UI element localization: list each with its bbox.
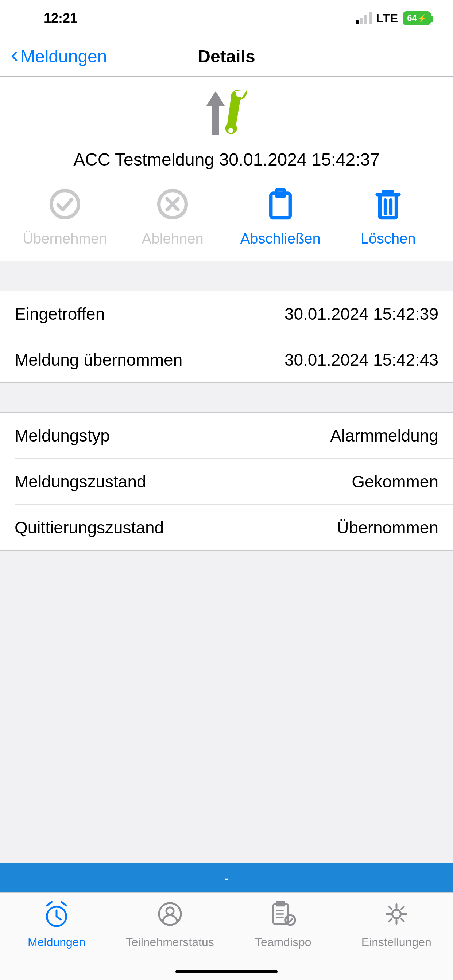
action-row: Übernehmen Ablehnen Abschließen Löschen bbox=[0, 188, 453, 261]
tab-teamdispo[interactable]: Teamdispo bbox=[226, 900, 340, 980]
table-row: Meldungszustand Gekommen bbox=[14, 458, 453, 504]
clipboard-icon bbox=[264, 188, 297, 224]
arrow-wrench-icon bbox=[203, 88, 250, 138]
status-right: LTE 64⚡ bbox=[356, 11, 431, 25]
row-label: Meldungstyp bbox=[14, 426, 110, 445]
properties-section: Meldungstyp Alarmmeldung Meldungszustand… bbox=[0, 412, 453, 551]
charging-icon: ⚡ bbox=[418, 14, 427, 22]
table-row: Meldungstyp Alarmmeldung bbox=[0, 413, 453, 458]
home-indicator[interactable] bbox=[175, 970, 278, 974]
row-value: 30.01.2024 15:42:39 bbox=[284, 304, 439, 324]
table-row: Quittierungszustand Übernommen bbox=[14, 504, 453, 550]
row-label: Meldung übernommen bbox=[14, 350, 182, 370]
svg-point-8 bbox=[166, 907, 174, 915]
tab-label: Teilnehmerstatus bbox=[126, 935, 214, 949]
complete-button[interactable]: Abschließen bbox=[226, 188, 335, 247]
table-row: Eingetroffen 30.01.2024 15:42:39 bbox=[0, 291, 453, 337]
row-label: Quittierungszustand bbox=[14, 518, 164, 538]
svg-point-11 bbox=[392, 910, 400, 918]
row-value: 30.01.2024 15:42:43 bbox=[284, 350, 439, 370]
battery-level: 64 bbox=[407, 14, 417, 22]
checklist-icon bbox=[268, 900, 298, 931]
trash-icon bbox=[372, 188, 405, 224]
row-label: Eingetroffen bbox=[14, 304, 105, 324]
tab-label: Meldungen bbox=[28, 935, 85, 949]
tab-teilnehmerstatus[interactable]: Teilnehmerstatus bbox=[113, 900, 227, 980]
row-value: Übernommen bbox=[337, 518, 439, 538]
network-label: LTE bbox=[376, 12, 398, 25]
status-bar: 12:21 LTE 64⚡ bbox=[0, 0, 453, 37]
svg-point-1 bbox=[228, 128, 233, 133]
cellular-signal-icon bbox=[356, 12, 372, 24]
complete-label: Abschließen bbox=[240, 231, 321, 247]
back-label: Meldungen bbox=[21, 46, 107, 66]
message-title: ACC Testmeldung 30.01.2024 15:42:37 bbox=[0, 150, 453, 170]
reject-button: Ablehnen bbox=[119, 188, 227, 247]
person-circle-icon bbox=[155, 900, 185, 931]
alarm-clock-icon bbox=[42, 900, 71, 931]
nav-bar: ‹ Meldungen Details bbox=[0, 37, 453, 76]
status-time: 12:21 bbox=[44, 11, 77, 26]
svg-point-2 bbox=[51, 191, 78, 218]
row-value: Alarmmeldung bbox=[330, 426, 439, 445]
chevron-left-icon: ‹ bbox=[11, 49, 18, 60]
delete-label: Löschen bbox=[361, 231, 416, 247]
hero: ACC Testmeldung 30.01.2024 15:42:37 bbox=[0, 76, 453, 188]
accept-label: Übernehmen bbox=[22, 231, 107, 247]
row-label: Meldungszustand bbox=[14, 472, 146, 492]
back-button[interactable]: ‹ Meldungen bbox=[11, 46, 107, 66]
tab-meldungen[interactable]: Meldungen bbox=[0, 900, 113, 980]
battery-indicator: 64⚡ bbox=[403, 11, 431, 25]
tab-einstellungen[interactable]: Einstellungen bbox=[340, 900, 453, 980]
x-circle-icon bbox=[156, 188, 189, 224]
tab-label: Teamdispo bbox=[255, 935, 311, 949]
check-circle-icon bbox=[48, 188, 81, 224]
accept-button: Übernehmen bbox=[11, 188, 119, 247]
status-strip-text: - bbox=[224, 870, 229, 886]
gear-icon bbox=[382, 900, 411, 931]
row-value: Gekommen bbox=[352, 472, 439, 492]
status-strip[interactable]: - bbox=[0, 863, 453, 892]
reject-label: Ablehnen bbox=[142, 231, 204, 247]
delete-button[interactable]: Löschen bbox=[335, 188, 442, 247]
svg-marker-0 bbox=[206, 91, 225, 135]
tab-bar: Meldungen Teilnehmerstatus Teamdispo Ein… bbox=[0, 892, 453, 980]
table-row: Meldung übernommen 30.01.2024 15:42:43 bbox=[14, 337, 453, 382]
tab-label: Einstellungen bbox=[362, 935, 431, 949]
timestamps-section: Eingetroffen 30.01.2024 15:42:39 Meldung… bbox=[0, 291, 453, 383]
